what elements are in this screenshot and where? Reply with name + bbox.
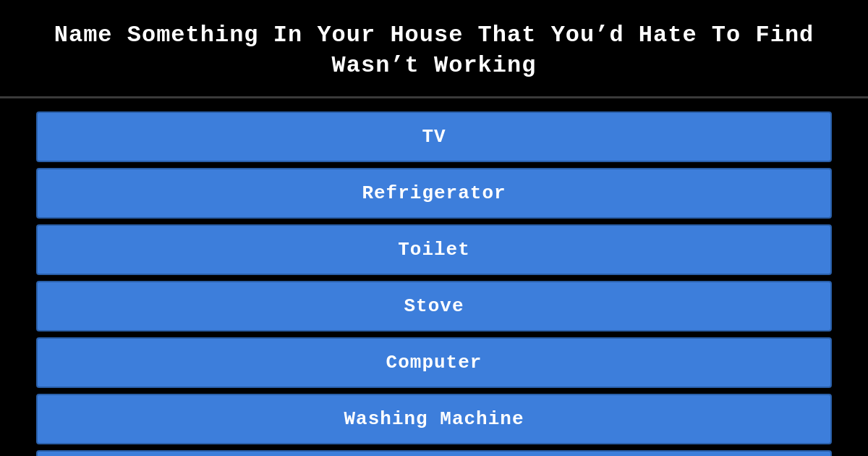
answers-container: TVRefrigeratorToiletStoveComputerWashing… xyxy=(0,98,868,456)
answer-text: Stove xyxy=(404,295,464,317)
answer-text: TV xyxy=(422,126,446,148)
answer-row: Washing Machine xyxy=(36,394,832,444)
answer-text: Washing Machine xyxy=(344,408,524,430)
answer-row: TV xyxy=(36,111,832,162)
answer-text: Toilet xyxy=(398,239,470,261)
answer-row: Computer xyxy=(36,337,832,388)
page-title: Name Something In Your House That You’d … xyxy=(29,20,839,80)
answer-row: Phonewww.familyfeudfriends.com xyxy=(36,450,832,456)
answer-row: Refrigerator xyxy=(36,168,832,219)
header: Name Something In Your House That You’d … xyxy=(0,0,868,98)
answer-text: Refrigerator xyxy=(362,182,506,204)
answer-text: Computer xyxy=(386,352,482,373)
answer-row: Stove xyxy=(36,281,832,332)
answer-row: Toilet xyxy=(36,224,832,275)
